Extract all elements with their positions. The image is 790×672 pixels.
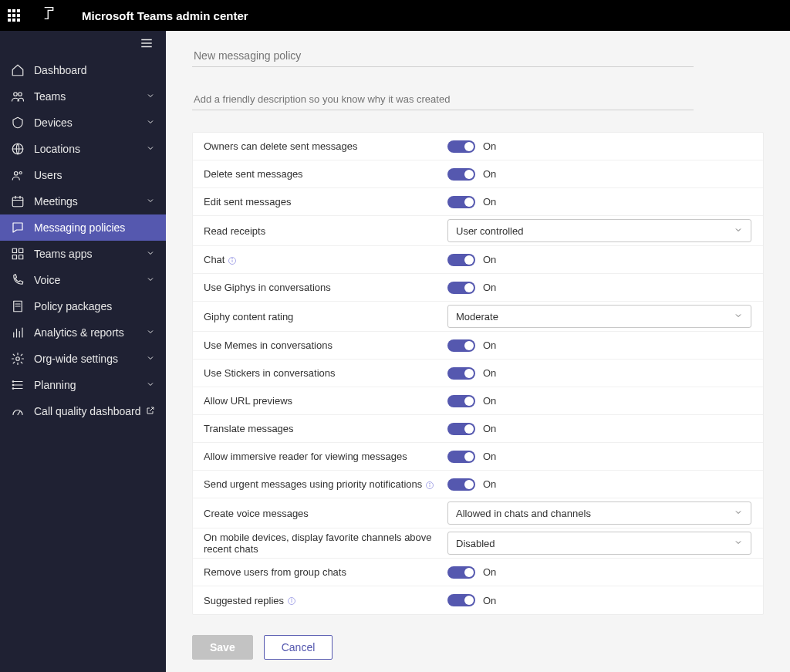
- policy-description-input[interactable]: [192, 89, 694, 110]
- cancel-button[interactable]: Cancel: [264, 635, 333, 660]
- toggle-state-label: On: [483, 451, 496, 462]
- svg-point-3: [14, 93, 18, 96]
- sidebar-item-label: Devices: [34, 117, 73, 129]
- sidebar-item-org-wide-settings[interactable]: Org-wide settings: [0, 346, 166, 372]
- users-icon: [11, 168, 25, 182]
- analytics-icon: [11, 326, 25, 339]
- toggle-state-label: On: [483, 254, 496, 265]
- chevron-down-icon: [146, 117, 155, 129]
- toggle-use-giphys-in-conversations[interactable]: [447, 282, 475, 294]
- toggle-send-urgent-messages-using-priority-notifications[interactable]: [447, 478, 475, 491]
- app-title: Microsoft Teams admin center: [82, 9, 248, 22]
- setting-label: Read receipts: [204, 225, 447, 237]
- setting-row: Suggested repliesOn: [193, 586, 763, 614]
- sidebar-item-dashboard[interactable]: Dashboard: [0, 57, 166, 83]
- toggle-allow-url-previews[interactable]: [447, 395, 475, 407]
- save-button[interactable]: Save: [192, 635, 253, 660]
- chevron-down-icon: [146, 90, 155, 103]
- select-on-mobile-devices-display-favorite-channels-above-recent-chats[interactable]: Disabled: [447, 532, 751, 555]
- toggle-chat[interactable]: [447, 254, 475, 266]
- select-value: Moderate: [456, 311, 498, 322]
- select-read-receipts[interactable]: User controlled: [447, 219, 751, 242]
- toggle-state-label: On: [483, 423, 496, 434]
- app-launcher-icon[interactable]: [8, 9, 20, 22]
- calendar-icon: [11, 194, 25, 208]
- toggle-owners-can-delete-sent-messages[interactable]: [447, 140, 475, 153]
- toggle-state-label: On: [483, 595, 496, 606]
- info-icon[interactable]: [422, 478, 434, 490]
- setting-row: Use Giphys in conversationsOn: [193, 274, 763, 302]
- setting-label: Owners can delete sent messages: [204, 140, 447, 152]
- sidebar-item-voice[interactable]: Voice: [0, 267, 166, 293]
- toggle-use-stickers-in-conversations[interactable]: [447, 367, 475, 380]
- setting-row: Owners can delete sent messagesOn: [193, 133, 763, 160]
- sidebar-item-users[interactable]: Users: [0, 162, 166, 188]
- sidebar-item-label: Voice: [34, 274, 60, 286]
- hamburger-icon[interactable]: [140, 36, 154, 52]
- info-icon[interactable]: [225, 254, 237, 265]
- policy-name-input[interactable]: [192, 45, 694, 67]
- chevron-down-icon: [734, 538, 743, 549]
- top-bar: Microsoft Teams admin center: [0, 0, 790, 31]
- device-icon: [11, 116, 25, 130]
- setting-label: Translate messages: [204, 423, 447, 434]
- sidebar-item-teams-apps[interactable]: Teams apps: [0, 241, 166, 267]
- select-value: Disabled: [456, 538, 495, 549]
- sidebar-item-messaging-policies[interactable]: Messaging policies: [0, 214, 166, 241]
- toggle-state-label: On: [483, 566, 496, 578]
- svg-rect-8: [12, 198, 23, 207]
- people-icon: [11, 89, 25, 103]
- toggle-state-label: On: [483, 478, 496, 490]
- sidebar-item-locations[interactable]: Locations: [0, 136, 166, 162]
- sidebar-item-policy-packages[interactable]: Policy packages: [0, 293, 166, 319]
- sidebar-item-devices[interactable]: Devices: [0, 110, 166, 136]
- toggle-translate-messages[interactable]: [447, 423, 475, 435]
- select-giphy-content-rating[interactable]: Moderate: [447, 305, 751, 328]
- toggle-remove-users-from-group-chats[interactable]: [447, 566, 475, 579]
- sidebar-item-analytics-reports[interactable]: Analytics & reports: [0, 319, 166, 346]
- phone-icon: [11, 273, 25, 287]
- setting-row: Remove users from group chatsOn: [193, 559, 763, 586]
- svg-line-30: [18, 411, 20, 415]
- sidebar-item-call-quality-dashboard[interactable]: Call quality dashboard: [0, 398, 166, 424]
- setting-label: Edit sent messages: [204, 196, 447, 208]
- planning-icon: [11, 378, 25, 392]
- sidebar-item-label: Teams: [34, 90, 66, 103]
- setting-label: Allow URL previews: [204, 395, 447, 407]
- toggle-state-label: On: [483, 339, 496, 351]
- sidebar-item-teams[interactable]: Teams: [0, 83, 166, 110]
- svg-point-7: [19, 172, 22, 174]
- chat-icon: [11, 221, 25, 235]
- home-icon: [11, 63, 25, 77]
- toggle-state-label: On: [483, 196, 496, 208]
- chevron-down-icon: [146, 143, 155, 155]
- setting-row: Allow URL previewsOn: [193, 387, 763, 415]
- sidebar-item-label: Planning: [34, 379, 76, 391]
- toggle-state-label: On: [483, 282, 496, 293]
- select-create-voice-messages[interactable]: Allowed in chats and channels: [447, 501, 751, 525]
- sidebar-item-label: Meetings: [34, 195, 78, 208]
- sidebar-item-planning[interactable]: Planning: [0, 372, 166, 398]
- toggle-suggested-replies[interactable]: [447, 594, 475, 606]
- setting-label: Allow immersive reader for viewing messa…: [204, 451, 447, 462]
- toggle-delete-sent-messages[interactable]: [447, 168, 475, 181]
- chevron-down-icon: [146, 326, 155, 339]
- setting-row: Read receiptsUser controlled: [193, 216, 763, 246]
- chevron-down-icon: [146, 353, 155, 365]
- svg-point-36: [430, 483, 430, 484]
- setting-row: Use Stickers in conversationsOn: [193, 360, 763, 387]
- toggle-state-label: On: [483, 395, 496, 407]
- setting-row: ChatOn: [193, 246, 763, 274]
- setting-row: Allow immersive reader for viewing messa…: [193, 443, 763, 471]
- setting-row: Use Memes in conversationsOn: [193, 332, 763, 360]
- svg-point-33: [232, 258, 233, 259]
- toggle-use-memes-in-conversations[interactable]: [447, 339, 475, 352]
- setting-label: Create voice messages: [204, 508, 447, 519]
- svg-point-4: [19, 93, 22, 96]
- select-value: Allowed in chats and channels: [456, 508, 591, 519]
- toggle-allow-immersive-reader-for-viewing-messages[interactable]: [447, 451, 475, 463]
- chevron-down-icon: [146, 195, 155, 208]
- sidebar-item-meetings[interactable]: Meetings: [0, 188, 166, 214]
- toggle-edit-sent-messages[interactable]: [447, 196, 475, 208]
- info-icon[interactable]: [284, 595, 296, 606]
